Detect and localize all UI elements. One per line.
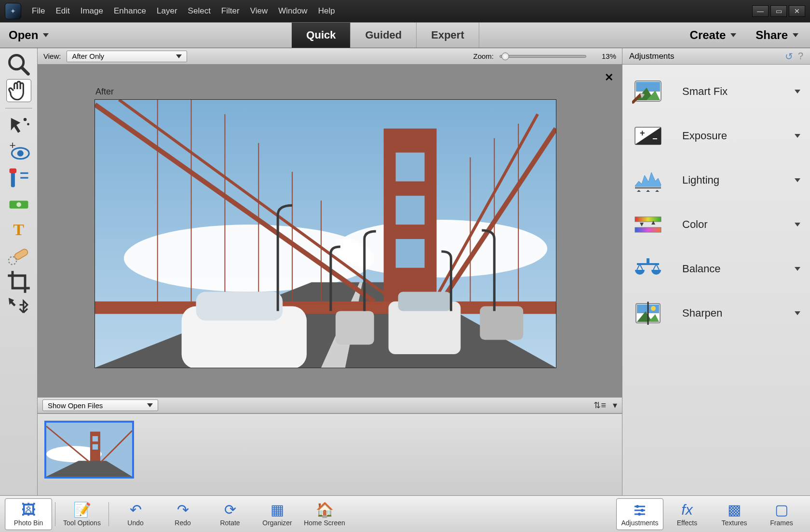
svg-rect-41: [398, 292, 451, 311]
title-bar: ✦ File Edit Image Enhance Layer Select F…: [0, 0, 810, 22]
color-icon: [632, 211, 664, 238]
adjustments-header: Adjustments ↺ ?: [622, 48, 810, 65]
mode-expert[interactable]: Expert: [417, 23, 479, 48]
window-minimize-button[interactable]: —: [752, 5, 769, 17]
adjustment-label: Smart Fix: [682, 85, 776, 98]
adjustment-balance[interactable]: Balance: [622, 247, 810, 291]
task-home-screen[interactable]: 🏠Home Screen: [301, 498, 348, 530]
adjustments-icon: [633, 502, 647, 518]
reset-icon[interactable]: ↺: [785, 51, 793, 62]
svg-rect-22: [396, 196, 425, 225]
photo-bin-icon: 🖼: [21, 502, 36, 518]
lighting-icon: [632, 167, 664, 194]
adjustment-sharpen[interactable]: Sharpen: [622, 291, 810, 335]
adjustments-list: Smart Fix +− Exposure Lighting Color: [622, 65, 810, 495]
chevron-down-icon: [43, 33, 49, 37]
chevron-down-icon: [795, 267, 800, 271]
svg-point-79: [651, 306, 656, 311]
smart-fix-icon: [632, 78, 664, 105]
adjustment-smart-fix[interactable]: Smart Fix: [622, 69, 810, 114]
zoom-slider-thumb[interactable]: [501, 53, 509, 60]
task-tool-options[interactable]: 📝Tool Options: [58, 498, 106, 530]
adjustment-label: Lighting: [682, 174, 776, 186]
svg-point-12: [16, 202, 21, 207]
adjustment-exposure[interactable]: +− Exposure: [622, 114, 810, 158]
svg-rect-42: [336, 311, 374, 345]
create-button[interactable]: Create: [690, 28, 737, 42]
tool-redeye[interactable]: +: [6, 140, 31, 163]
chevron-down-icon: [147, 403, 153, 407]
mode-guided[interactable]: Guided: [351, 23, 417, 48]
taskbar: 🖼Photo Bin 📝Tool Options ↶Undo ↷Redo ⟳Ro…: [0, 495, 810, 532]
canvas-image[interactable]: [94, 99, 556, 368]
redo-icon: ↷: [177, 502, 189, 518]
task-label: Effects: [677, 519, 698, 527]
task-effects[interactable]: fxEffects: [663, 498, 711, 530]
menu-edit[interactable]: Edit: [55, 6, 69, 16]
adjustment-label: Exposure: [682, 130, 776, 142]
chevron-down-icon: [793, 33, 798, 37]
task-label: Textures: [722, 519, 747, 527]
chevron-down-icon: [795, 134, 800, 138]
tool-crop[interactable]: [6, 270, 31, 293]
adjustment-label: Balance: [682, 263, 776, 275]
menu-help[interactable]: Help: [318, 6, 335, 16]
tool-spot-heal[interactable]: [6, 244, 31, 267]
tool-straighten[interactable]: [6, 192, 31, 215]
menu-enhance[interactable]: Enhance: [114, 6, 146, 16]
task-frames[interactable]: ▢Frames: [758, 498, 805, 530]
task-rotate[interactable]: ⟳Rotate: [206, 498, 254, 530]
sharpen-icon: [632, 300, 664, 327]
task-redo[interactable]: ↷Redo: [159, 498, 206, 530]
mode-quick[interactable]: Quick: [292, 23, 351, 48]
tool-zoom[interactable]: [6, 53, 31, 76]
adjustment-lighting[interactable]: Lighting: [622, 158, 810, 202]
zoom-value: 13%: [592, 52, 616, 60]
frames-icon: ▢: [775, 502, 788, 518]
menu-filter[interactable]: Filter: [221, 6, 240, 16]
window-maximize-button[interactable]: ▭: [770, 5, 787, 17]
tool-whiten-teeth[interactable]: [6, 166, 31, 189]
menu-file[interactable]: File: [32, 6, 45, 16]
task-label: Tool Options: [63, 519, 101, 527]
task-photo-bin[interactable]: 🖼Photo Bin: [5, 498, 52, 530]
toolbox: + T: [0, 48, 38, 495]
svg-rect-69: [635, 227, 661, 232]
window-close-button[interactable]: ✕: [789, 5, 805, 17]
textures-icon: ▩: [728, 502, 741, 518]
open-button[interactable]: Open: [0, 23, 60, 48]
view-bar: View: After Only Zoom: 13%: [38, 48, 622, 65]
task-undo[interactable]: ↶Undo: [112, 498, 159, 530]
menu-view[interactable]: View: [250, 6, 268, 16]
bin-sort-icon[interactable]: ⇅≡: [594, 400, 606, 411]
task-organizer[interactable]: ▦Organizer: [254, 498, 301, 530]
thumbnail-1[interactable]: [44, 421, 134, 479]
task-textures[interactable]: ▩Textures: [711, 498, 758, 530]
view-dropdown[interactable]: After Only: [67, 51, 187, 62]
zoom-slider[interactable]: [500, 55, 586, 58]
bin-menu-icon[interactable]: ▾: [613, 400, 617, 411]
tool-type[interactable]: T: [6, 218, 31, 241]
task-label: Home Screen: [304, 519, 345, 527]
help-icon[interactable]: ?: [798, 51, 803, 62]
photo-bin: [38, 413, 622, 495]
center-column: View: After Only Zoom: 13% After ✕: [38, 48, 622, 495]
tool-move[interactable]: [6, 296, 31, 319]
photo-bin-dropdown[interactable]: Show Open Files: [42, 399, 158, 411]
svg-rect-48: [93, 444, 98, 450]
task-adjustments[interactable]: Adjustments: [616, 498, 663, 530]
tool-hand[interactable]: [6, 79, 31, 102]
balance-icon: [632, 255, 664, 282]
adjustment-color[interactable]: Color: [622, 202, 810, 247]
share-button[interactable]: Share: [756, 28, 798, 42]
menu-image[interactable]: Image: [81, 6, 103, 16]
svg-marker-70: [640, 223, 644, 226]
canvas-area: After ✕: [38, 65, 622, 397]
menu-layer[interactable]: Layer: [157, 6, 177, 16]
close-document-button[interactable]: ✕: [605, 71, 613, 84]
menu-window[interactable]: Window: [278, 6, 307, 16]
task-label: Frames: [770, 519, 793, 527]
tool-quick-selection[interactable]: [6, 114, 31, 137]
svg-text:+: +: [640, 128, 645, 138]
menu-select[interactable]: Select: [188, 6, 211, 16]
